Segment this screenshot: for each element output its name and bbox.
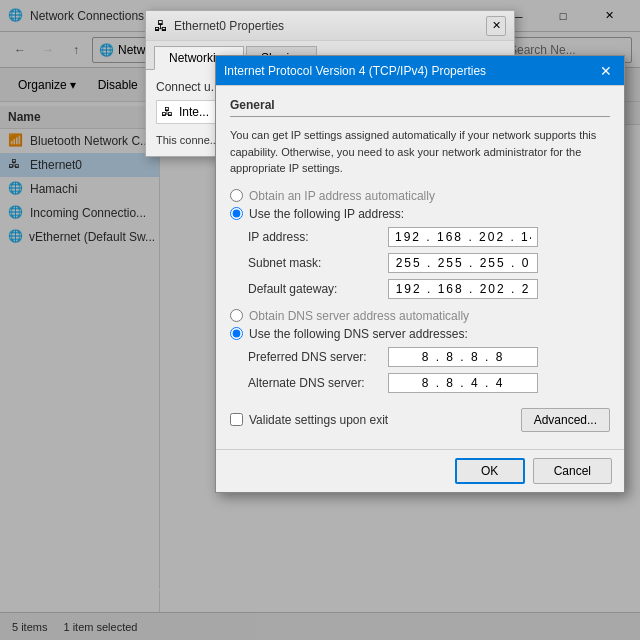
dialog-ethernet-title: Ethernet0 Properties bbox=[174, 19, 480, 33]
default-gateway-label: Default gateway: bbox=[248, 282, 388, 296]
default-gateway-input[interactable] bbox=[388, 279, 538, 299]
advanced-button[interactable]: Advanced... bbox=[521, 408, 610, 432]
validate-checkbox[interactable] bbox=[230, 413, 243, 426]
dialog-ethernet-icon: 🖧 bbox=[154, 18, 168, 34]
dialog-ethernet-titlebar: 🖧 Ethernet0 Properties ✕ bbox=[146, 11, 514, 41]
dialog-tcpip-body: General You can get IP settings assigned… bbox=[216, 86, 624, 449]
radio-auto-dns-label[interactable]: Obtain DNS server address automatically bbox=[230, 309, 610, 323]
ip-address-label: IP address: bbox=[248, 230, 388, 244]
ip-address-row: IP address: bbox=[248, 227, 610, 247]
validate-row: Validate settings upon exit bbox=[230, 413, 388, 427]
advanced-label: Advanced... bbox=[534, 413, 597, 427]
ok-label: OK bbox=[481, 464, 498, 478]
radio-manual-dns[interactable] bbox=[230, 327, 243, 340]
radio-auto-ip[interactable] bbox=[230, 189, 243, 202]
radio-manual-dns-text: Use the following DNS server addresses: bbox=[249, 327, 468, 341]
radio-manual-ip-label[interactable]: Use the following IP address: bbox=[230, 207, 610, 221]
radio-auto-dns[interactable] bbox=[230, 309, 243, 322]
dialog-tcpip-title: Internet Protocol Version 4 (TCP/IPv4) P… bbox=[224, 64, 590, 78]
dns-section: Obtain DNS server address automatically … bbox=[230, 309, 610, 393]
dns-fields: Preferred DNS server: Alternate DNS serv… bbox=[248, 347, 610, 393]
subnet-mask-row: Subnet mask: bbox=[248, 253, 610, 273]
dialog-tcpip-titlebar: Internet Protocol Version 4 (TCP/IPv4) P… bbox=[216, 56, 624, 86]
ip-fields: IP address: Subnet mask: Default gateway… bbox=[248, 227, 610, 299]
radio-manual-dns-label[interactable]: Use the following DNS server addresses: bbox=[230, 327, 610, 341]
radio-auto-ip-label[interactable]: Obtain an IP address automatically bbox=[230, 189, 610, 203]
subnet-mask-input[interactable] bbox=[388, 253, 538, 273]
cancel-label: Cancel bbox=[554, 464, 591, 478]
default-gateway-row: Default gateway: bbox=[248, 279, 610, 299]
dialog-tcpip-buttons: OK Cancel bbox=[216, 449, 624, 492]
preferred-dns-label: Preferred DNS server: bbox=[248, 350, 388, 364]
tcpip-description: You can get IP settings assigned automat… bbox=[230, 127, 610, 177]
preferred-dns-row: Preferred DNS server: bbox=[248, 347, 610, 367]
ip-address-input[interactable] bbox=[388, 227, 538, 247]
ok-button[interactable]: OK bbox=[455, 458, 525, 484]
adapter-name: Inte... bbox=[179, 105, 209, 119]
validate-label: Validate settings upon exit bbox=[249, 413, 388, 427]
dialog-tcpip: Internet Protocol Version 4 (TCP/IPv4) P… bbox=[215, 55, 625, 493]
radio-manual-ip-text: Use the following IP address: bbox=[249, 207, 404, 221]
dialog-tcpip-close[interactable]: ✕ bbox=[596, 61, 616, 81]
ip-radio-group: Obtain an IP address automatically Use t… bbox=[230, 189, 610, 221]
alternate-dns-label: Alternate DNS server: bbox=[248, 376, 388, 390]
radio-manual-ip[interactable] bbox=[230, 207, 243, 220]
alternate-dns-input[interactable] bbox=[388, 373, 538, 393]
adapter-icon: 🖧 bbox=[161, 105, 173, 119]
radio-auto-dns-text: Obtain DNS server address automatically bbox=[249, 309, 469, 323]
validate-advanced-row: Validate settings upon exit Advanced... bbox=[230, 403, 610, 437]
dialog-ethernet-close[interactable]: ✕ bbox=[486, 16, 506, 36]
cancel-button[interactable]: Cancel bbox=[533, 458, 612, 484]
tcpip-general-title: General bbox=[230, 98, 610, 117]
preferred-dns-input[interactable] bbox=[388, 347, 538, 367]
dns-radio-group: Obtain DNS server address automatically … bbox=[230, 309, 610, 341]
subnet-mask-label: Subnet mask: bbox=[248, 256, 388, 270]
radio-auto-ip-text: Obtain an IP address automatically bbox=[249, 189, 435, 203]
alternate-dns-row: Alternate DNS server: bbox=[248, 373, 610, 393]
